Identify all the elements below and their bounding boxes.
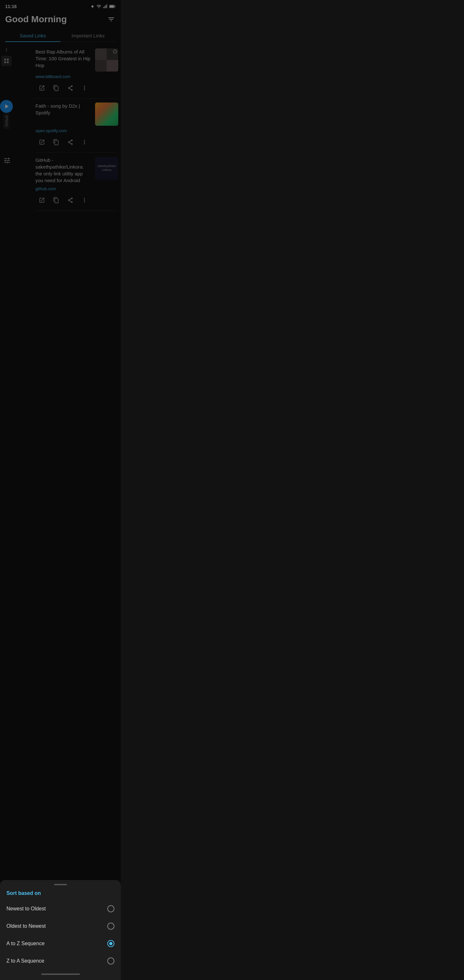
dim-overlay (0, 0, 121, 262)
